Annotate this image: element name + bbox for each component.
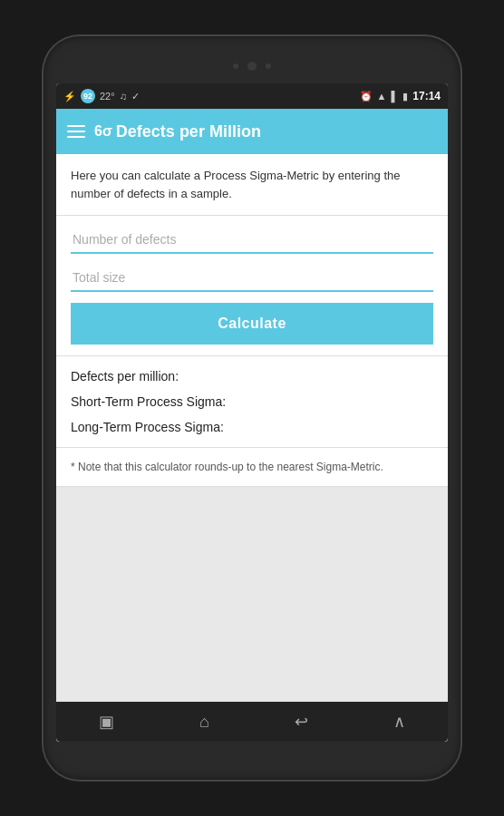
usb-icon: ⚡ bbox=[63, 91, 76, 102]
temperature-text: 22° bbox=[100, 91, 115, 102]
camera bbox=[247, 62, 257, 71]
bottom-nav-bar: ▣ ⌂ ↩ ∧ bbox=[56, 702, 448, 742]
speaker bbox=[233, 63, 238, 69]
check-icon: ✓ bbox=[131, 91, 140, 102]
total-size-input[interactable] bbox=[71, 265, 433, 292]
hamburger-line-1 bbox=[67, 125, 85, 127]
music-icon: ♫ bbox=[120, 91, 127, 102]
long-term-result-row: Long-Term Process Sigma: bbox=[71, 420, 433, 434]
wifi-icon: ▲ bbox=[377, 91, 387, 102]
empty-section bbox=[56, 487, 448, 702]
notification-badge: 92 bbox=[81, 89, 95, 103]
calculate-button[interactable]: Calculate bbox=[71, 303, 433, 345]
short-term-label: Short-Term Process Sigma: bbox=[71, 394, 226, 409]
status-left: ⚡ 92 22° ♫ ✓ bbox=[63, 89, 140, 103]
device-top-bar bbox=[56, 53, 448, 80]
sigma-label: 6σ bbox=[94, 123, 112, 140]
menu-nav-button[interactable]: ∧ bbox=[393, 712, 405, 732]
alarm-icon: ⏰ bbox=[360, 91, 373, 102]
battery-icon: ▮ bbox=[402, 91, 408, 102]
note-text: * Note that this calculator rounds-up to… bbox=[71, 459, 433, 475]
time-display: 17:14 bbox=[412, 90, 441, 102]
signal-icon: ▌ bbox=[392, 91, 399, 102]
note-section: * Note that this calculator rounds-up to… bbox=[56, 448, 448, 487]
app-title-text: Defects per Million bbox=[116, 122, 261, 141]
recent-apps-button[interactable]: ▣ bbox=[99, 712, 114, 732]
short-term-result-row: Short-Term Process Sigma: bbox=[71, 394, 433, 409]
hamburger-menu-button[interactable] bbox=[67, 125, 85, 138]
speaker-2 bbox=[266, 63, 271, 69]
description-section: Here you can calculate a Process Sigma-M… bbox=[56, 154, 448, 216]
results-section: Defects per million: Short-Term Process … bbox=[56, 356, 448, 448]
long-term-label: Long-Term Process Sigma: bbox=[71, 420, 224, 434]
home-button[interactable]: ⌂ bbox=[199, 713, 209, 732]
description-text: Here you can calculate a Process Sigma-M… bbox=[71, 167, 433, 202]
device-frame: ⚡ 92 22° ♫ ✓ ⏰ ▲ ▌ ▮ 17:14 6σ bbox=[44, 36, 460, 780]
hamburger-line-2 bbox=[67, 131, 85, 132]
status-right: ⏰ ▲ ▌ ▮ 17:14 bbox=[360, 90, 441, 102]
app-header: 6σ Defects per Million bbox=[56, 109, 448, 154]
status-bar: ⚡ 92 22° ♫ ✓ ⏰ ▲ ▌ ▮ 17:14 bbox=[56, 83, 448, 109]
dpm-result-row: Defects per million: bbox=[71, 369, 433, 384]
app-content: Here you can calculate a Process Sigma-M… bbox=[56, 154, 448, 742]
hamburger-line-3 bbox=[67, 136, 85, 138]
screen: ⚡ 92 22° ♫ ✓ ⏰ ▲ ▌ ▮ 17:14 6σ bbox=[56, 83, 448, 742]
input-section: Calculate bbox=[56, 216, 448, 356]
dpm-label: Defects per million: bbox=[71, 369, 179, 384]
app-title-group: 6σ Defects per Million bbox=[94, 122, 261, 141]
defects-input[interactable] bbox=[71, 227, 433, 254]
back-button[interactable]: ↩ bbox=[295, 712, 308, 732]
device-bottom bbox=[56, 745, 448, 763]
